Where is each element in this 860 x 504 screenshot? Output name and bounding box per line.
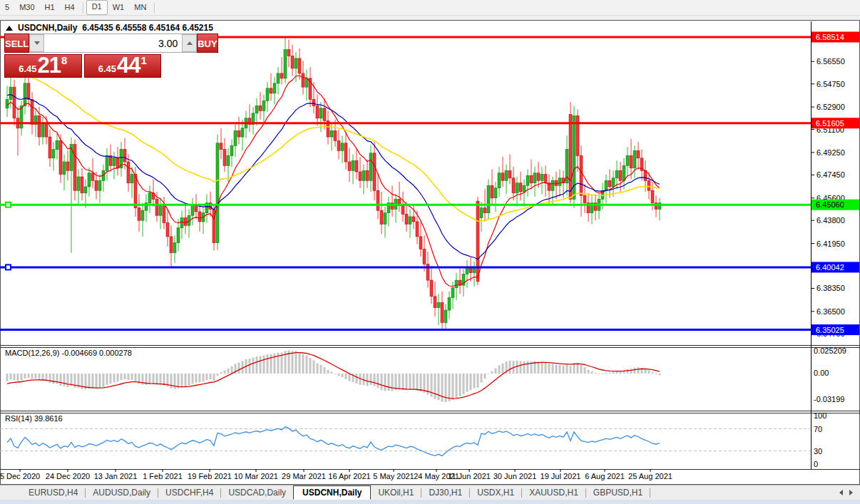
chevron-down-icon (34, 41, 40, 45)
volume-increase-button[interactable] (182, 34, 197, 52)
buy-price-big: 44 (117, 55, 140, 76)
chart-tab-bar: EURUSD,H4 AUDUSD,Daily USDCHF,H4 USDCAD,… (0, 485, 860, 500)
timeframe-button-m30[interactable]: M30 (14, 1, 39, 14)
buy-button[interactable]: BUY (197, 34, 217, 53)
buy-price-prefix: 6.45 (98, 63, 116, 74)
one-click-trading-panel: SELL BUY 6.45 21 8 6.45 44 1 (4, 34, 161, 78)
buy-price-panel[interactable]: 6.45 44 1 (84, 54, 162, 78)
chart-symbol-label: USDCNH,Daily (18, 23, 77, 33)
sell-price-prefix: 6.45 (19, 63, 36, 74)
buy-price-sup: 1 (140, 54, 146, 66)
volume-decrease-button[interactable] (29, 34, 44, 52)
macd-axis-min: -0.03199 (814, 395, 844, 403)
tab-separator (650, 488, 650, 498)
tab-usdchf-h4[interactable]: USDCHF,H4 (158, 487, 220, 498)
sell-price-sup: 8 (61, 54, 67, 66)
tabs-scroll-left-icon[interactable] (839, 490, 843, 495)
sell-price-panel[interactable]: 6.45 21 8 (4, 54, 82, 78)
trading-terminal: 5 M30 H1 H4 D1 W1 MN 6.565506.547506.529… (0, 0, 860, 504)
tab-ukoil-h1[interactable]: UKOil,H1 (371, 487, 421, 498)
timeframe-toolbar: 5 M30 H1 H4 D1 W1 MN (0, 0, 860, 16)
volume-stepper (29, 34, 197, 53)
chevron-up-icon (187, 41, 193, 45)
chart-window (0, 20, 860, 485)
tab-usdcnh-daily[interactable]: USDCNH,Daily (293, 485, 371, 500)
rsi-label: RSI(14) 39.8616 (5, 414, 63, 423)
rsi-axis-70: 70 (814, 425, 822, 433)
tab-eurusd-h4[interactable]: EURUSD,H4 (21, 487, 85, 498)
tab-dj30-h1[interactable]: DJ30,H1 (421, 487, 469, 498)
tab-usdx-h1[interactable]: USDX,H1 (470, 487, 521, 498)
collapse-arrow-icon[interactable] (6, 26, 13, 31)
macd-axis-max: 0.025209 (814, 346, 846, 355)
tabs-scroll-right-icon[interactable] (849, 490, 853, 495)
rsi-axis-30: 30 (814, 447, 822, 456)
rsi-axis-0: 0 (814, 460, 818, 468)
status-strip (0, 500, 860, 504)
timeframe-button-mn[interactable]: MN (129, 1, 151, 14)
timeframe-button-h1[interactable]: H1 (40, 1, 60, 14)
timeframe-button-m5[interactable]: 5 (0, 1, 14, 14)
toolbar-separator (83, 2, 83, 14)
timeframe-button-d1[interactable]: D1 (86, 0, 108, 15)
rsi-axis-100: 100 (814, 411, 826, 420)
sell-price-big: 21 (37, 55, 60, 76)
macd-axis-zero: 0.00 (814, 369, 829, 377)
sell-button[interactable]: SELL (4, 34, 29, 53)
toolbar-separator (154, 2, 155, 14)
tab-gbpusd-h1[interactable]: GBPUSD,H1 (586, 487, 650, 498)
chart-title-row: USDCNH,Daily 6.45435 6.45558 6.45164 6.4… (6, 23, 213, 33)
macd-label: MACD(12,26,9) -0.004669 0.000278 (5, 349, 132, 357)
tab-xauusd-h1[interactable]: XAUUSD,H1 (522, 487, 585, 498)
timeframe-button-w1[interactable]: W1 (108, 1, 130, 14)
chart-ohlc-values: 6.45435 6.45558 6.45164 6.45215 (82, 23, 213, 33)
volume-input[interactable] (44, 34, 182, 52)
tab-usdcad-daily[interactable]: USDCAD,Daily (221, 487, 293, 498)
timeframe-button-h4[interactable]: H4 (60, 1, 80, 14)
tab-audusd-daily[interactable]: AUDUSD,Daily (86, 487, 158, 498)
